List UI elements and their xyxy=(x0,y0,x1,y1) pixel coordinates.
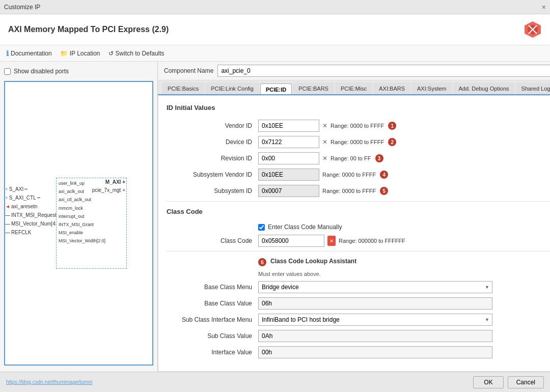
subsystem-id-range: Range: 0000 to FFFF xyxy=(322,188,376,194)
component-bar: Component Name × xyxy=(158,62,550,80)
app-title: AXI Memory Mapped To PCI Express (2.9) xyxy=(8,25,169,34)
enter-class-code-label: Enter Class Code Manually xyxy=(268,223,342,231)
device-id-badge: 2 xyxy=(388,138,396,146)
base-class-menu-row: Base Class Menu Bridge device xyxy=(167,281,550,293)
enter-class-code-checkbox[interactable] xyxy=(258,224,265,231)
subsystem-id-input[interactable] xyxy=(258,185,319,197)
lookup-assistant-title: Class Code Lookup Assistant xyxy=(270,258,356,265)
class-code-range: Range: 000000 to FFFFFF xyxy=(339,238,405,244)
vendor-id-badge: 1 xyxy=(388,122,396,130)
left-panel: Show disabled ports + S_AXI + S_AXI_CTL … xyxy=(0,62,158,372)
vendor-id-range: Range: 0000 to FFFF xyxy=(331,123,384,129)
device-id-label: Device ID xyxy=(167,138,258,146)
class-code-label: Class Code xyxy=(167,237,258,244)
revision-id-label: Revision ID xyxy=(167,155,258,162)
port-s-axi: + S_AXI xyxy=(5,185,61,193)
vendor-id-input[interactable] xyxy=(258,120,319,132)
subsystem-vendor-id-badge: 4 xyxy=(380,171,388,179)
tab-shared-logic[interactable]: Shared Logic xyxy=(516,82,550,94)
must-enter-row: Must enter values above. xyxy=(167,271,550,277)
tab-pcie-bars[interactable]: PCIE:BARS xyxy=(293,82,334,94)
footer: https://blog.csdn.net/thumimage/tumm OK … xyxy=(0,372,550,392)
subsystem-vendor-id-row: Subsystem Vendor ID Range: 0000 to FFFF … xyxy=(167,169,550,181)
tab-pcie-link-config[interactable]: PCIE:Link Config xyxy=(205,82,259,94)
subsystem-vendor-id-label: Subsystem Vendor ID xyxy=(167,171,258,178)
vendor-id-clear-button[interactable]: ✕ xyxy=(322,122,327,129)
revision-id-badge: 3 xyxy=(375,154,383,162)
revision-id-input[interactable] xyxy=(258,152,319,164)
must-enter-text: Must enter values above. xyxy=(258,271,321,277)
show-disabled-row: Show disabled ports xyxy=(4,66,153,79)
body-layout: Show disabled ports + S_AXI + S_AXI_CTL … xyxy=(0,62,550,372)
base-class-value-row: Base Class Value xyxy=(167,297,550,310)
sub-class-value-row: Sub Class Value xyxy=(167,330,550,342)
sub-class-value-label: Sub Class Value xyxy=(167,332,258,340)
footer-link[interactable]: https://blog.csdn.net/thumimage/tumm xyxy=(6,379,93,385)
tab-pcie-id[interactable]: PCIE:ID xyxy=(260,83,292,95)
port-s-axi-ctl: + S_AXI_CTL xyxy=(5,193,61,202)
inner-right-ports: user_link_up axi_aclk_out axi_ctl_aclk_o… xyxy=(59,179,105,245)
vendor-id-row: Vendor ID ✕ Range: 0000 to FFFF 1 xyxy=(167,120,550,132)
tab-add-debug[interactable]: Add. Debug Options xyxy=(453,82,515,94)
class-code-input[interactable] xyxy=(258,235,324,247)
lookup-assistant-header-row: 6 Class Code Lookup Assistant xyxy=(167,258,550,267)
show-disabled-label: Show disabled ports xyxy=(14,68,69,75)
base-class-menu-label: Base Class Menu xyxy=(167,284,258,291)
device-id-input[interactable] xyxy=(258,136,319,148)
sub-class-menu-select[interactable]: InfiniBand to PCI host bridge xyxy=(258,314,492,326)
port-refclk: — REFCLK xyxy=(5,228,61,237)
content-area: ID Initial Values Vendor ID ✕ Range: 000… xyxy=(158,95,550,372)
tab-pcie-basics[interactable]: PCIE:Basics xyxy=(162,82,204,94)
switch-defaults-link[interactable]: ↺ Switch to Defaults xyxy=(108,50,164,57)
ok-button[interactable]: OK xyxy=(473,376,503,388)
sub-class-menu-row: Sub Class Interface Menu InfiniBand to P… xyxy=(167,314,550,326)
port-intx-msi-req: — INTX_MSI_Request xyxy=(5,211,61,219)
sub-class-menu-label: Sub Class Interface Menu xyxy=(167,316,258,323)
switch-defaults-label: Switch to Defaults xyxy=(116,50,164,57)
show-disabled-checkbox[interactable] xyxy=(4,68,11,75)
base-class-value-label: Base Class Value xyxy=(167,300,258,307)
tab-axi-system[interactable]: AXI:System xyxy=(411,82,452,94)
sub-class-value-input xyxy=(258,330,492,342)
close-button[interactable]: × xyxy=(542,3,546,11)
title-bar-text: Customize IP xyxy=(4,4,40,11)
subsystem-vendor-id-input[interactable] xyxy=(258,169,319,181)
interface-value-row: Interface Value xyxy=(167,346,550,358)
documentation-link[interactable]: ℹ Documentation xyxy=(6,49,52,58)
subsystem-vendor-id-range: Range: 0000 to FFFF xyxy=(322,172,376,178)
tab-pcie-misc[interactable]: PCIE:Misc xyxy=(335,82,372,94)
class-code-clear-button[interactable]: ✕ xyxy=(327,236,336,246)
subsystem-id-label: Subsystem ID xyxy=(167,187,258,194)
ip-location-link[interactable]: 📁 IP Location xyxy=(60,50,100,57)
component-name-input[interactable] xyxy=(217,65,550,77)
revision-id-clear-button[interactable]: ✕ xyxy=(322,155,327,162)
vendor-id-label: Vendor ID xyxy=(167,122,258,129)
toolbar: ℹ Documentation 📁 IP Location ↺ Switch t… xyxy=(0,45,550,62)
m-axi-label: M_AXI + xyxy=(105,179,125,185)
divider-1 xyxy=(167,201,550,202)
id-initial-values-header: ID Initial Values xyxy=(167,104,550,114)
info-icon: ℹ xyxy=(6,49,9,58)
interface-value-input xyxy=(258,346,492,358)
ip-location-label: IP Location xyxy=(70,50,100,57)
device-id-row: Device ID ✕ Range: 0000 to FFFF 2 xyxy=(167,136,550,148)
refresh-icon: ↺ xyxy=(108,50,114,57)
app-header: AXI Memory Mapped To PCI Express (2.9) xyxy=(0,14,550,45)
revision-id-row: Revision ID ✕ Range: 00 to FF 3 xyxy=(167,152,550,164)
base-class-value-input xyxy=(258,297,492,310)
class-code-row: Class Code ✕ Range: 000000 to FFFFFF xyxy=(167,235,550,247)
device-id-clear-button[interactable]: ✕ xyxy=(322,138,327,146)
tab-axi-bars[interactable]: AXI:BARS xyxy=(373,82,410,94)
class-code-header: Class Code xyxy=(167,208,550,217)
enter-class-code-row: Enter Class Code Manually xyxy=(258,223,550,231)
cancel-button[interactable]: Cancel xyxy=(508,376,544,388)
interface-value-label: Interface Value xyxy=(167,349,258,356)
revision-id-range: Range: 00 to FF xyxy=(331,155,371,161)
main-container: AXI Memory Mapped To PCI Express (2.9) ℹ… xyxy=(0,14,550,392)
component-name-label: Component Name xyxy=(164,67,213,74)
tabs-bar: PCIE:Basics PCIE:Link Config PCIE:ID PCI… xyxy=(158,80,550,95)
diagram-box: + S_AXI + S_AXI_CTL ◄ axi_aresetn — INTX… xyxy=(4,81,153,366)
base-class-menu-select[interactable]: Bridge device xyxy=(258,281,492,293)
documentation-label: Documentation xyxy=(11,50,52,57)
footer-buttons: OK Cancel xyxy=(473,376,544,388)
